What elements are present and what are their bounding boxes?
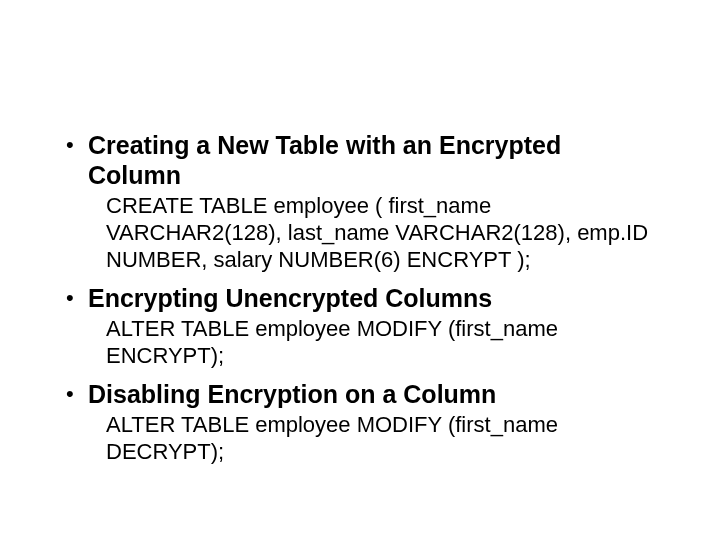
- bullet-heading: Creating a New Table with an Encrypted C…: [88, 130, 660, 190]
- bullet-code: ALTER TABLE employee MODIFY (first_name …: [88, 315, 660, 369]
- list-item: Encrypting Unencrypted Columns ALTER TAB…: [60, 283, 660, 369]
- bullet-code: ALTER TABLE employee MODIFY (first_name …: [88, 411, 660, 465]
- bullet-list-indented: Disabling Encryption on a Column ALTER T…: [60, 379, 660, 465]
- bullet-heading: Disabling Encryption on a Column: [88, 379, 660, 409]
- bullet-code: CREATE TABLE employee ( first_name VARCH…: [88, 192, 660, 273]
- bullet-list: Creating a New Table with an Encrypted C…: [60, 130, 660, 369]
- list-item: Disabling Encryption on a Column ALTER T…: [60, 379, 660, 465]
- slide-content: Creating a New Table with an Encrypted C…: [0, 0, 720, 540]
- bullet-heading: Encrypting Unencrypted Columns: [88, 283, 660, 313]
- list-item: Creating a New Table with an Encrypted C…: [60, 130, 660, 273]
